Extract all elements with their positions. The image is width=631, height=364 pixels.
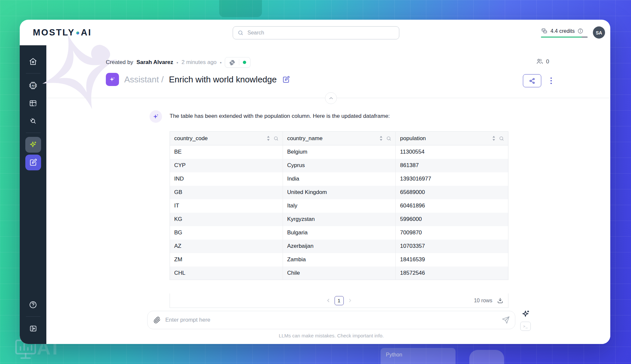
- prompt-input[interactable]: [165, 317, 502, 323]
- collaborators-indicator[interactable]: 0: [536, 58, 549, 65]
- table-row[interactable]: BE Belgium 11300554: [170, 145, 508, 159]
- column-search-icon[interactable]: [499, 136, 504, 141]
- column-header[interactable]: country_name: [283, 132, 396, 145]
- sparkle-icon: [29, 140, 38, 149]
- author-name: Sarah Alvarez: [136, 59, 173, 66]
- table-cell: 11300554: [396, 145, 508, 159]
- column-search-icon[interactable]: [273, 136, 279, 141]
- column-header[interactable]: country_code: [170, 132, 283, 145]
- assistant-message-sparkle-icon: [152, 113, 160, 121]
- created-by-row: Created by Sarah Alvarez • 2 minutes ago…: [106, 57, 250, 68]
- python-icon: [229, 59, 235, 66]
- sidebar-item-help[interactable]: [25, 297, 41, 312]
- send-button[interactable]: [502, 316, 510, 324]
- search-input[interactable]: [247, 30, 394, 36]
- avatar[interactable]: SA: [593, 27, 605, 39]
- sidebar-item-connectors[interactable]: [25, 113, 41, 129]
- table-cell: BG: [170, 226, 283, 240]
- page-title: Enrich with world knowledge: [169, 75, 277, 85]
- table-row[interactable]: BG Bulgaria 7009870: [170, 226, 508, 240]
- attachment-icon[interactable]: [153, 316, 161, 324]
- title-row: Assistant / Enrich with world knowledge: [106, 73, 290, 86]
- sidebar-item-editor[interactable]: [25, 155, 41, 170]
- table-row[interactable]: CHL Chile 18572546: [170, 267, 508, 280]
- credits-progress-bar: [541, 37, 588, 38]
- sort-icon[interactable]: [492, 136, 496, 141]
- table-cell: Chile: [283, 267, 396, 280]
- table-row[interactable]: AZ Azerbaijan 10703357: [170, 240, 508, 253]
- breadcrumb[interactable]: Assistant /: [124, 75, 164, 85]
- next-page-icon[interactable]: [347, 298, 353, 303]
- table-row[interactable]: IND India 1393016977: [170, 172, 508, 186]
- more-options-button[interactable]: [549, 75, 554, 86]
- table-cell: ZM: [170, 253, 283, 267]
- table-cell: Belgium: [283, 145, 396, 159]
- terminal-button[interactable]: >_: [520, 322, 531, 331]
- table-cell: IND: [170, 172, 283, 186]
- home-icon: [29, 57, 37, 66]
- separator: •: [176, 60, 178, 65]
- language-status-pill[interactable]: [225, 57, 250, 68]
- sidebar-item-assistant[interactable]: [25, 137, 41, 153]
- table-row[interactable]: KG Kyrgyzstan 5996000: [170, 213, 508, 226]
- column-search-icon[interactable]: [386, 136, 391, 141]
- sort-icon[interactable]: [267, 136, 270, 141]
- table-footer: 1 10 rows: [170, 293, 508, 308]
- logo-dot-icon: [76, 32, 79, 34]
- column-header-label: population: [400, 135, 489, 142]
- table-row[interactable]: ZM Zambia 18416539: [170, 253, 508, 267]
- table-cell: United Kingdom: [283, 186, 396, 199]
- status-dot: [243, 61, 246, 64]
- collapse-button[interactable]: [325, 92, 337, 104]
- search-bar[interactable]: [233, 26, 399, 39]
- table-cell: KG: [170, 213, 283, 226]
- table-cell: CHL: [170, 267, 283, 280]
- sidebar-item-datasets[interactable]: [25, 95, 41, 111]
- share-button[interactable]: [523, 74, 541, 87]
- column-header-label: country_code: [174, 135, 263, 142]
- send-icon: [502, 316, 510, 324]
- collaborators-count: 0: [546, 58, 549, 65]
- table-cell: AZ: [170, 240, 283, 253]
- info-icon[interactable]: [577, 28, 583, 34]
- assistant-badge: [106, 73, 119, 86]
- sidebar-item-home[interactable]: [25, 54, 41, 69]
- avatar-initials: SA: [596, 30, 602, 35]
- sidebar-item-ai-models[interactable]: AI: [25, 77, 41, 93]
- table-cell: Azerbaijan: [283, 240, 396, 253]
- table-cell: 7009870: [396, 226, 508, 240]
- sort-icon[interactable]: [379, 136, 383, 141]
- credits-widget[interactable]: 4.4 credits: [541, 28, 588, 38]
- rename-icon[interactable]: [282, 75, 290, 84]
- magic-prompt-button[interactable]: [521, 309, 531, 320]
- table-header-row: country_code country_name population: [170, 132, 508, 145]
- mostly-ai-logo[interactable]: MOSTLYAI: [33, 28, 92, 38]
- header-actions: [523, 74, 554, 87]
- table-row[interactable]: GB United Kingdom 65689000: [170, 186, 508, 199]
- table-cell: 60461896: [396, 199, 508, 213]
- share-icon: [529, 77, 536, 84]
- table-cell: 861387: [396, 159, 508, 172]
- table-cell: Zambia: [283, 253, 396, 267]
- table-cell: 65689000: [396, 186, 508, 199]
- column-header-label: country_name: [287, 135, 376, 142]
- sidebar-divider: [26, 73, 40, 74]
- table-cell: 5996000: [396, 213, 508, 226]
- table-cell: India: [283, 172, 396, 186]
- table-cell: Bulgaria: [283, 226, 396, 240]
- top-bar: MOSTLYAI 4.4 credits SA: [20, 20, 610, 45]
- credits-label: 4.4 credits: [550, 28, 575, 34]
- current-page-number: 1: [338, 298, 340, 303]
- dataframe-table: country_code country_name population: [170, 131, 508, 280]
- table-cell: IT: [170, 199, 283, 213]
- download-icon[interactable]: [497, 297, 503, 304]
- table-row[interactable]: CYP Cyprus 861387: [170, 159, 508, 172]
- table-cell: GB: [170, 186, 283, 199]
- assistant-message-text: The table has been extended with the pop…: [170, 113, 531, 119]
- current-page[interactable]: 1: [335, 296, 344, 305]
- sidebar-collapse-toggle[interactable]: [25, 321, 41, 336]
- table-row[interactable]: IT Italy 60461896: [170, 199, 508, 213]
- prev-page-icon[interactable]: [326, 298, 331, 303]
- help-icon: [29, 300, 37, 309]
- column-header[interactable]: population: [396, 132, 508, 145]
